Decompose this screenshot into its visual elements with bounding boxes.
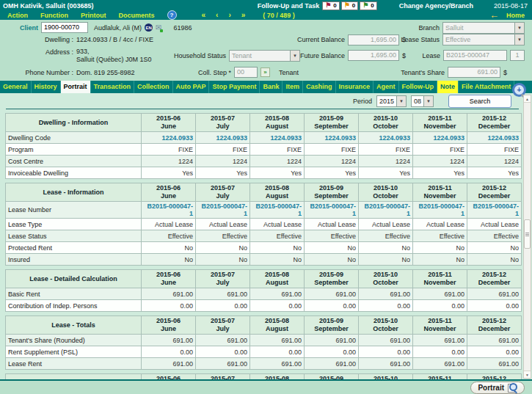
nav-prev-button[interactable]: ‹ [216, 11, 218, 19]
cell-value: 1224 [250, 156, 305, 167]
month-header-2015-09: 2015-09September [305, 374, 359, 380]
tenants-share-field[interactable]: 691.00 [448, 67, 500, 78]
section-title: Lease - Information [6, 183, 142, 202]
cell-value: Effective [196, 230, 250, 242]
month-name: June [142, 192, 195, 200]
tab-portrait[interactable]: Portrait [61, 81, 91, 93]
month-name: June [142, 279, 195, 287]
cell-link[interactable]: B2015-000047-1 [142, 202, 196, 219]
tab-agent[interactable]: Agent [374, 81, 399, 93]
cell-link[interactable]: 1224.0933 [413, 132, 467, 144]
change-agency-link[interactable]: Change Agency/Branch [399, 2, 473, 10]
lease-status-select[interactable]: Effective▼ [442, 34, 525, 45]
section-header-row: Lease - Detailed Calculation2015-06June2… [6, 270, 522, 288]
client-row: Client 1900-00070 Audlaluk, Ali (M) EN ✉… [0, 22, 532, 33]
tab-follow-up[interactable]: Follow-Up [399, 81, 438, 93]
month-name: July [196, 192, 249, 200]
flag-indicator-red[interactable]: ⚑0 [322, 1, 340, 10]
future-balance-field[interactable]: 1,695.00 [348, 50, 399, 61]
month-header-2015-07: 2015-07July [196, 114, 250, 132]
flag-indicator-green[interactable]: ⚑0 [360, 1, 377, 10]
tab-note[interactable]: Note [437, 81, 459, 93]
coll-step-field[interactable]: 00 [234, 67, 258, 78]
tab-general[interactable]: General [0, 81, 32, 93]
cell-value: 691.00 [250, 335, 305, 346]
current-balance-field[interactable]: 1,695.00 [348, 34, 399, 45]
row-label: Contribution of Indep. Persons [6, 300, 142, 312]
month-header-2015-11: 2015-11November [413, 374, 467, 380]
menu-action[interactable]: Action [7, 12, 28, 19]
cell-link[interactable]: 1224.0933 [142, 132, 196, 144]
menu-printout[interactable]: Printout [81, 12, 106, 19]
row-label: Basic Rent [6, 288, 142, 300]
cell-link[interactable]: B2015-000047-1 [467, 202, 522, 219]
flag-indicator-orange[interactable]: ⚑0 [341, 1, 359, 10]
cell-link[interactable]: 1224.0933 [359, 132, 413, 144]
cell-link[interactable]: B2015-000047-1 [250, 202, 305, 219]
tab-auto-pap[interactable]: Auto PAP [173, 81, 210, 93]
tab-file-attachment[interactable]: File Attachment [459, 81, 514, 93]
cell-value: Yes [413, 167, 467, 179]
home-link[interactable]: Home [506, 12, 525, 19]
scroll-up-arrow-icon[interactable]: ▲ [524, 95, 531, 103]
period-year-select[interactable]: 2015▼ [376, 95, 407, 107]
portrait-report-button[interactable]: Portrait [470, 382, 525, 394]
coll-step-lookup-icon[interactable]: » [260, 68, 270, 77]
section-header-row: Lease - Totals2015-06June2015-07July2015… [6, 316, 522, 335]
vertical-scrollbar[interactable]: ▲ ▼ [523, 95, 531, 379]
cell-link[interactable]: B2015-000047-1 [413, 202, 467, 219]
help-icon[interactable]: ? [167, 10, 177, 20]
tab-bank[interactable]: Bank [260, 81, 283, 93]
month-name: September [305, 279, 358, 287]
tab-cashing[interactable]: Cashing [303, 81, 336, 93]
cell-link[interactable]: 1224.0933 [250, 132, 305, 144]
cell-link[interactable]: B2015-000047-1 [305, 202, 359, 219]
row-label: Lease Rent [6, 358, 142, 370]
tab-stop-payment[interactable]: Stop Payment [209, 81, 260, 93]
section-header-row: Lease - Information2015-06June2015-07Jul… [6, 183, 522, 202]
envelope-icon[interactable]: ✉ [156, 24, 161, 32]
cell-value: FIXE [467, 144, 522, 156]
agency-title: OMH Kativik, Salluit (003685) [3, 2, 94, 10]
period-month-select[interactable]: 08▼ [411, 95, 434, 107]
nav-last-button[interactable]: » [241, 11, 246, 19]
orange-flag-icon: ⚑ [344, 2, 350, 9]
client-id: 61986 [173, 24, 192, 32]
cell-link[interactable]: 1224.0933 [305, 132, 359, 144]
dwelling-value: 1224.0933 / B / 4cc / FIXE [76, 36, 153, 43]
cell-link[interactable]: 1224.0933 [196, 132, 250, 144]
cell-value: 1224 [359, 156, 413, 167]
tab-collection[interactable]: Collection [134, 81, 173, 93]
tab-transaction[interactable]: Transaction [91, 81, 135, 93]
tab-history[interactable]: History [32, 81, 61, 93]
month-header-2015-06: 2015-06June [142, 316, 196, 335]
household-status-select[interactable]: Tenant▼ [229, 50, 300, 62]
section-header-row: Invoicing / Cashing2015-06June2015-07Jul… [6, 374, 522, 380]
nav-first-button[interactable]: « [202, 11, 206, 19]
cell-value: FIXE [196, 144, 250, 156]
lease-seq-field[interactable]: 1 [510, 50, 525, 61]
table-row-cost-centre: Cost Centre1224122412241224122412241224 [6, 156, 522, 167]
search-button[interactable]: Search [448, 95, 511, 108]
cell-link[interactable]: 1224.0933 [467, 132, 522, 144]
language-badge: EN [145, 23, 153, 32]
menu-documents[interactable]: Documents [119, 12, 155, 19]
back-arrow-icon[interactable]: ← [489, 12, 499, 19]
month-code: 2015-10 [359, 114, 412, 123]
top-bar-row1: OMH Kativik, Salluit (003685) Follow-Up … [0, 0, 532, 10]
cell-link[interactable]: B2015-000047-1 [359, 202, 413, 219]
tab-item[interactable]: Item [283, 81, 303, 93]
month-header-2015-07: 2015-07July [196, 270, 250, 288]
menu-function[interactable]: Function [40, 12, 68, 19]
cell-value: 691.00 [305, 335, 359, 346]
nav-next-button[interactable]: › [228, 11, 230, 19]
client-number-input[interactable]: 1900-00070 [41, 22, 88, 33]
tab-insurance[interactable]: Insurance [336, 81, 374, 93]
cell-link[interactable]: B2015-000047-1 [196, 202, 250, 219]
branch-select[interactable]: Salluit▼ [442, 22, 525, 34]
cell-value: Actual Lease [359, 219, 413, 230]
lease-number-field[interactable]: B2015-000047 [443, 50, 507, 61]
scroll-down-arrow-icon[interactable]: ▼ [524, 371, 531, 378]
scrollbar-thumb[interactable] [524, 219, 531, 249]
cell-value: 691.00 [250, 358, 305, 370]
